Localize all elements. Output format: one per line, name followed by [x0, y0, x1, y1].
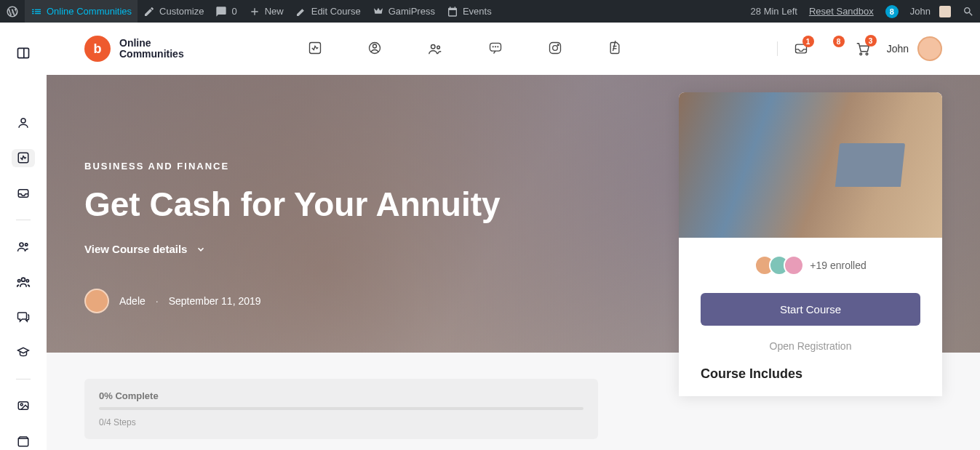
- admin-gamipress[interactable]: GamiPress: [367, 0, 441, 23]
- search-icon[interactable]: [746, 41, 761, 56]
- page: b Online Communities 1 8 3 John: [47, 23, 980, 450]
- admin-new[interactable]: New: [243, 0, 290, 23]
- wp-admin-bar: Online Communities Customize 0 New Edit …: [0, 0, 980, 23]
- enrolled-row[interactable]: +19 enrolled: [679, 238, 942, 293]
- brand-text: Online Communities: [119, 38, 184, 60]
- svg-point-9: [26, 279, 28, 281]
- user-name: John: [887, 43, 909, 55]
- svg-point-27: [749, 44, 757, 52]
- progress-bar: [99, 407, 583, 410]
- admin-new-label: New: [265, 6, 284, 17]
- author-avatar[interactable]: [84, 289, 109, 313]
- admin-edit-course[interactable]: Edit Course: [290, 0, 367, 23]
- enrolled-avatars: [754, 255, 804, 276]
- divider: [777, 41, 778, 56]
- open-registration-label: Open Registration: [679, 326, 942, 366]
- svg-point-30: [860, 53, 862, 55]
- svg-rect-21: [550, 43, 561, 54]
- separator: ·: [156, 295, 159, 307]
- svg-point-22: [553, 46, 558, 51]
- progress-card: 0% Complete 0/4 Steps: [84, 379, 598, 439]
- admin-notifications-badge[interactable]: 8: [880, 0, 904, 23]
- course-includes-heading: Course Includes: [679, 366, 942, 396]
- site-header: b Online Communities 1 8 3 John: [47, 23, 980, 75]
- admin-comments-count: 0: [231, 6, 236, 17]
- admin-gami-label: GamiPress: [389, 6, 435, 17]
- rail-groups-icon[interactable]: [12, 273, 35, 292]
- wp-logo[interactable]: [0, 0, 25, 23]
- chevron-down-icon: [196, 244, 206, 254]
- svg-point-16: [437, 46, 440, 49]
- rail-panel-icon[interactable]: [12, 44, 35, 63]
- svg-rect-12: [310, 43, 321, 54]
- nav-members-icon[interactable]: [427, 41, 443, 57]
- brand-logo-link[interactable]: b Online Communities: [84, 36, 184, 62]
- avatar: [917, 36, 942, 61]
- admin-customize[interactable]: Customize: [138, 0, 210, 23]
- rail-photos-icon[interactable]: [12, 397, 35, 415]
- svg-point-7: [22, 278, 25, 281]
- admin-user-menu[interactable]: John: [904, 0, 957, 23]
- nav-photos-icon[interactable]: [548, 41, 562, 57]
- svg-point-8: [18, 279, 20, 281]
- course-thumbnail: [679, 92, 942, 238]
- header-nav: [308, 41, 622, 57]
- rail-profile-icon[interactable]: [12, 114, 35, 132]
- svg-point-11: [20, 403, 23, 406]
- progress-steps: 0/4 Steps: [99, 417, 583, 427]
- admin-site-link[interactable]: Online Communities: [25, 0, 138, 23]
- bell-icon[interactable]: 8: [824, 41, 839, 56]
- svg-point-18: [493, 47, 493, 47]
- svg-point-2: [21, 118, 25, 123]
- svg-point-31: [866, 53, 868, 55]
- admin-events-label: Events: [463, 6, 492, 17]
- nav-messages-icon[interactable]: [488, 41, 503, 57]
- svg-point-20: [498, 47, 498, 47]
- admin-site-name: Online Communities: [47, 6, 132, 17]
- svg-point-6: [25, 244, 28, 246]
- inbox-badge: 1: [802, 36, 814, 47]
- avatar: [939, 6, 951, 17]
- author-name[interactable]: Adele: [119, 295, 146, 307]
- svg-line-28: [756, 51, 759, 54]
- rail-courses-icon[interactable]: [12, 344, 35, 362]
- rail-documents-icon[interactable]: [12, 432, 35, 450]
- svg-point-5: [20, 243, 23, 246]
- rail-activity-icon[interactable]: [12, 149, 35, 167]
- cart-icon[interactable]: 3: [855, 41, 871, 57]
- svg-point-15: [431, 45, 436, 49]
- svg-point-23: [557, 44, 559, 46]
- nav-profile-icon[interactable]: [367, 41, 382, 57]
- admin-comments[interactable]: 0: [210, 0, 242, 23]
- inbox-icon[interactable]: 1: [794, 41, 808, 56]
- admin-events[interactable]: Events: [441, 0, 498, 23]
- rail-forums-icon[interactable]: [12, 308, 35, 326]
- header-tools: 1 8 3 John: [746, 36, 942, 61]
- nav-activity-icon[interactable]: [308, 41, 322, 57]
- admin-search[interactable]: [957, 0, 980, 23]
- rail-members-icon[interactable]: [12, 238, 35, 256]
- start-course-button[interactable]: Start Course: [701, 293, 920, 326]
- nav-docs-icon[interactable]: [607, 41, 622, 57]
- bell-badge: 8: [833, 36, 845, 47]
- admin-reset-sandbox[interactable]: Reset Sandbox: [803, 0, 880, 23]
- rail-inbox-icon[interactable]: [12, 185, 35, 203]
- progress-percent: 0% Complete: [99, 390, 583, 401]
- left-rail: [0, 23, 47, 450]
- avatar: [784, 255, 804, 276]
- course-sidebar-card: +19 enrolled Start Course Open Registrat…: [679, 92, 942, 396]
- user-menu[interactable]: John: [887, 36, 942, 61]
- admin-customize-label: Customize: [159, 6, 204, 17]
- admin-time-left: 28 Min Left: [745, 0, 803, 23]
- course-date: September 11, 2019: [169, 295, 261, 307]
- enrolled-count: +19 enrolled: [810, 260, 866, 271]
- admin-edit-label: Edit Course: [311, 6, 361, 17]
- brand-mark: b: [84, 36, 111, 62]
- cart-badge: 3: [865, 35, 877, 47]
- svg-point-14: [373, 44, 377, 48]
- svg-point-19: [495, 47, 496, 47]
